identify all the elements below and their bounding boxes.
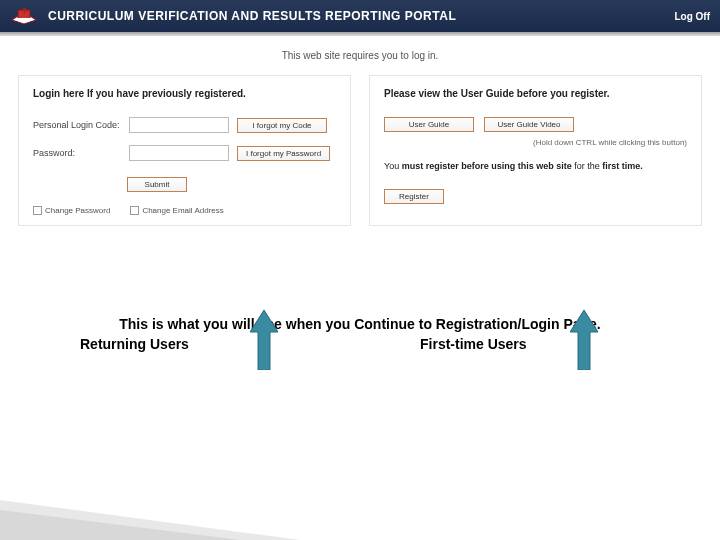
arrow-returning bbox=[250, 310, 278, 370]
change-password-label: Change Password bbox=[45, 206, 110, 215]
user-guide-button[interactable]: User Guide bbox=[384, 117, 474, 132]
login-panel: Login here If you have previously regist… bbox=[18, 75, 351, 226]
must-register-text: You must register before using this web … bbox=[384, 161, 687, 171]
annotations: Returning Users First-time Users This is… bbox=[0, 316, 720, 332]
log-off-link[interactable]: Log Off bbox=[674, 11, 710, 22]
up-arrow-icon bbox=[570, 310, 598, 370]
returning-users-label: Returning Users bbox=[80, 336, 189, 352]
checkbox-icon bbox=[130, 206, 139, 215]
logo-icon bbox=[10, 4, 40, 28]
forgot-code-button[interactable]: I forgot my Code bbox=[237, 118, 327, 133]
change-password-link[interactable]: Change Password bbox=[33, 206, 110, 215]
submit-button[interactable]: Submit bbox=[127, 177, 187, 192]
up-arrow-icon bbox=[250, 310, 278, 370]
ctrl-hint: (Hold down CTRL while clicking this butt… bbox=[384, 138, 687, 147]
register-panel-title: Please view the User Guide before you re… bbox=[384, 88, 687, 99]
arrow-first-time bbox=[570, 310, 598, 370]
caption-text: This is what you will see when you Conti… bbox=[0, 316, 720, 332]
banner-title: CURRICULUM VERIFICATION AND RESULTS REPO… bbox=[48, 9, 674, 23]
login-code-input[interactable] bbox=[129, 117, 229, 133]
change-email-link[interactable]: Change Email Address bbox=[130, 206, 223, 215]
user-guide-video-button[interactable]: User Guide Video bbox=[484, 117, 574, 132]
password-label: Password: bbox=[33, 148, 121, 158]
password-input[interactable] bbox=[129, 145, 229, 161]
change-email-label: Change Email Address bbox=[142, 206, 223, 215]
intro-text: This web site requires you to log in. bbox=[0, 50, 720, 61]
register-button[interactable]: Register bbox=[384, 189, 444, 204]
header-bar: CURRICULUM VERIFICATION AND RESULTS REPO… bbox=[0, 0, 720, 32]
footer-decoration bbox=[0, 510, 240, 540]
checkbox-icon bbox=[33, 206, 42, 215]
register-panel: Please view the User Guide before you re… bbox=[369, 75, 702, 226]
first-time-users-label: First-time Users bbox=[420, 336, 527, 352]
login-code-label: Personal Login Code: bbox=[33, 120, 121, 130]
panels: Login here If you have previously regist… bbox=[0, 75, 720, 226]
forgot-password-button[interactable]: I forgot my Password bbox=[237, 146, 330, 161]
login-panel-title: Login here If you have previously regist… bbox=[33, 88, 336, 99]
